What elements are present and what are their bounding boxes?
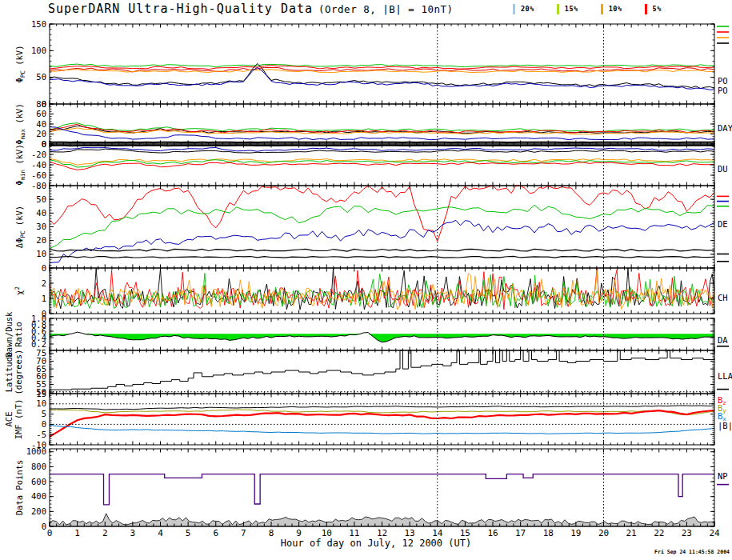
x-tick-label: 0 — [47, 528, 53, 538]
y-axis-label: ΦPC (kV) — [14, 46, 26, 83]
y-tick-label: 10 — [36, 398, 46, 408]
y-tick-label: 200 — [31, 506, 46, 516]
x-axis-title: Hour of day on July, 12 2000 (UT) — [144, 538, 608, 549]
x-tick-label: 24 — [709, 528, 720, 538]
panel-phi-min: 0-20-40-60-80Φmin (kV)DU — [14, 139, 728, 190]
y-tick-label: 60 — [36, 109, 46, 118]
series-b-total — [50, 406, 714, 410]
x-tick-label: 21 — [626, 528, 637, 538]
series-green — [50, 64, 714, 67]
y-tick-label: 800 — [31, 462, 46, 471]
superdarn-figure: SuperDARN Ultra-High-Quality Data (Order… — [0, 0, 732, 560]
series-green — [50, 205, 714, 248]
panel-latitude: 505560657075Latitude(degrees)LLA — [4, 348, 732, 396]
y-tick-label: 0 — [42, 263, 46, 273]
y-tick-label: 100 — [31, 46, 46, 55]
right-label: DAY — [718, 123, 732, 133]
right-label: NP — [718, 471, 728, 481]
series-b-z — [50, 410, 714, 437]
y-tick-label: 600 — [31, 477, 46, 486]
panel-border — [50, 449, 714, 526]
y-tick-label: 80 — [36, 99, 46, 109]
right-label: |B| — [718, 421, 732, 431]
y-tick-label: 150 — [31, 19, 46, 29]
panel-chi-squared: 012χ2CH — [14, 268, 728, 318]
y-axis-label: Dawn/Dusk — [4, 311, 14, 358]
y-tick-label: 30 — [36, 222, 46, 231]
series-black-upper — [50, 249, 714, 251]
y-axis-label: Φmax (kV) — [14, 103, 26, 144]
y-axis-label: ΔΦPC (kV) — [14, 206, 26, 248]
panel-border — [50, 24, 714, 104]
series-latitude-step — [50, 350, 714, 390]
series-np-step — [50, 474, 714, 505]
y-tick-label: 75 — [36, 348, 46, 358]
y-tick-label: 40 — [36, 119, 46, 129]
x-tick-label: 22 — [654, 528, 664, 538]
y-axis-label: ACE — [4, 412, 14, 427]
y-tick-label: 10 — [36, 249, 46, 258]
y-tick-label: 50 — [36, 72, 46, 82]
right-label: DA — [718, 335, 728, 345]
y-axis-label: Data Points — [14, 460, 24, 516]
y-axis-label: Ratio — [14, 322, 23, 347]
y-tick-label: 1000 — [26, 446, 46, 456]
x-tick-label: 2 — [102, 528, 108, 538]
y-tick-label: 1.0 — [31, 314, 46, 323]
panel-ace-imf: -10-5051015ACEIMF (nT)BzByBx|B| — [4, 389, 732, 450]
right-label: LLA — [718, 371, 732, 381]
panel-border — [50, 394, 714, 445]
y-tick-label: 15 — [36, 389, 46, 398]
y-tick-label: -80 — [31, 181, 46, 190]
right-label: PO — [718, 86, 728, 95]
y-axis-label: IMF (nT) — [14, 399, 23, 440]
y-tick-label: 50 — [36, 194, 46, 204]
right-label: DU — [718, 164, 728, 174]
panel-border — [50, 186, 714, 268]
y-tick-label: 400 — [31, 491, 46, 501]
right-label: CH — [718, 293, 728, 302]
y-axis-label: Φmin (kV) — [14, 144, 26, 185]
y-tick-label: -20 — [31, 150, 46, 159]
y-axis-label: χ2 — [14, 286, 24, 295]
timestamp: Fri Sep 24 11:45:58 2004 — [654, 549, 730, 555]
right-label: PO — [718, 76, 728, 86]
right-label: DE — [718, 219, 728, 229]
series-b-x — [50, 425, 714, 434]
y-tick-label: 2 — [42, 278, 46, 288]
panel-pc-potential: 050100150ΦPC (kV)POPO — [14, 19, 729, 109]
x-tick-label: 23 — [682, 528, 692, 538]
y-tick-label: 0 — [42, 419, 46, 429]
series-red — [50, 186, 714, 242]
panel-delta-phi-pc: 01020304050ΔΦPC (kV)DE — [14, 186, 729, 273]
y-tick-label: 1 — [42, 294, 46, 303]
y-tick-label: -40 — [31, 160, 46, 170]
series-black-lower — [50, 256, 714, 258]
y-axis-label: Latitude — [4, 352, 14, 393]
panel-border — [50, 350, 714, 394]
panel-phi-max: 020406080Φmax (kV)DAY — [14, 99, 732, 149]
y-tick-label: 0 — [42, 522, 46, 531]
y-tick-label: 40 — [36, 208, 46, 218]
x-tick-label: 3 — [130, 528, 136, 538]
plot-canvas: 050100150ΦPC (kV)POPO020406080Φmax (kV)D… — [0, 0, 732, 560]
y-tick-label: 20 — [36, 129, 46, 138]
panel-data-points: 02004006008001000Data PointsNP — [14, 446, 729, 530]
y-axis-label: (degrees) — [14, 350, 23, 395]
x-tick-label: 1 — [74, 528, 80, 538]
y-tick-label: 5 — [42, 409, 46, 418]
y-tick-label: -60 — [31, 170, 46, 180]
y-tick-label: -5 — [36, 430, 46, 439]
y-tick-label: 20 — [36, 235, 46, 245]
series-red-upper — [50, 66, 714, 70]
y-tick-label: 0 — [42, 139, 46, 149]
